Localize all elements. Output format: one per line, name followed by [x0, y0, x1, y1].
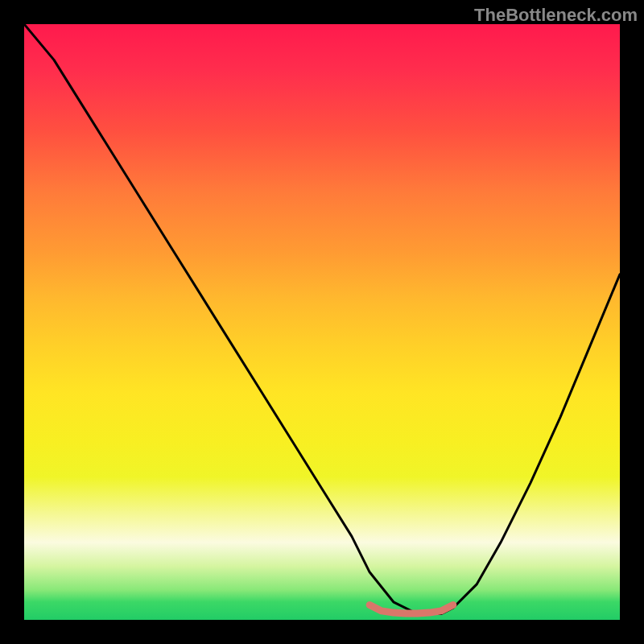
chart-container: TheBottleneck.com — [0, 0, 644, 644]
plot-background — [24, 24, 620, 620]
watermark-text: TheBottleneck.com — [474, 5, 638, 26]
